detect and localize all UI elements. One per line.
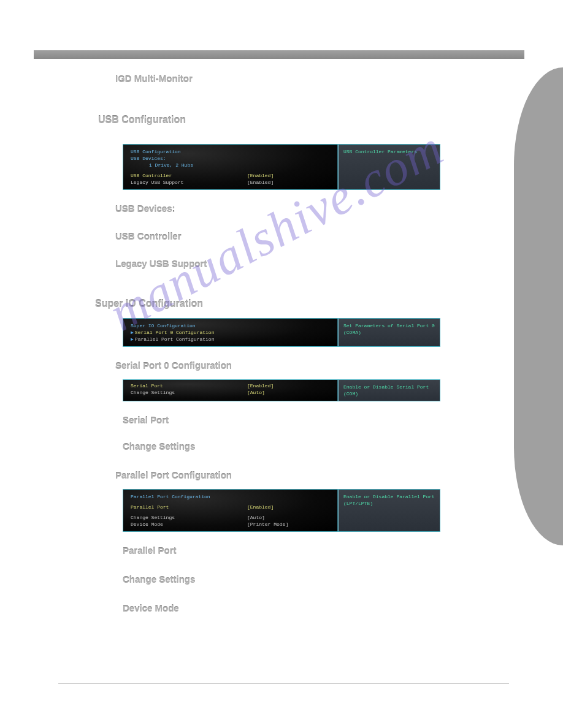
bottom-rule <box>58 683 509 684</box>
option-value: [Enabled] <box>247 382 332 389</box>
option-label: USB Controller <box>131 172 247 179</box>
heading-usb-devices: USB Devices: <box>115 203 563 214</box>
bios-left: USB Configuration USB Devices: 1 Drive, … <box>123 145 338 189</box>
submenu-row[interactable]: ▶ Parallel Port Configuration <box>131 336 332 343</box>
heading-device-mode: Device Mode <box>123 603 563 613</box>
option-value: [Enabled] <box>247 504 332 510</box>
option-row[interactable]: Legacy USB Support [Enabled] <box>131 179 332 186</box>
arrow-icon: ▶ <box>131 329 134 336</box>
option-value: [Enabled] <box>247 172 332 179</box>
arrow-icon: ▶ <box>131 336 134 343</box>
top-rule <box>34 50 524 59</box>
option-row[interactable]: Change Settings [Auto] <box>131 514 332 521</box>
heading-parallel-config: Parallel Port Configuration <box>115 470 563 480</box>
bios-help: Enable or Disable Parallel Port (LPT/LPT… <box>338 490 440 531</box>
heading-parallel-port: Parallel Port <box>123 545 563 556</box>
option-label: Change Settings <box>131 514 247 521</box>
panel-title: Parallel Port Configuration <box>131 493 332 500</box>
bios-left: Serial Port [Enabled] Change Settings [A… <box>123 380 338 401</box>
heading-change-settings-2: Change Settings <box>123 574 563 585</box>
option-row[interactable]: Serial Port [Enabled] <box>131 382 332 389</box>
option-row[interactable]: USB Controller [Enabled] <box>131 172 332 179</box>
heading-legacy-usb: Legacy USB Support <box>115 259 563 269</box>
panel-title: USB Configuration <box>131 148 332 155</box>
option-row[interactable]: Parallel Port [Enabled] <box>131 504 332 510</box>
submenu-label: Parallel Port Configuration <box>135 336 215 343</box>
bios-help: Enable or Disable Serial Port (COM) <box>338 380 440 401</box>
option-value: [Printer Mode] <box>247 521 332 528</box>
submenu-row[interactable]: ▶ Serial Port 0 Configuration <box>131 329 332 336</box>
option-label: Device Mode <box>131 521 247 528</box>
heading-usb-config: USB Configuration <box>98 115 563 126</box>
heading-usb-controller: USB Controller <box>115 231 563 241</box>
submenu-label: Serial Port 0 Configuration <box>135 329 215 336</box>
option-label: Serial Port <box>131 382 247 389</box>
page-content: IGD Multi-Monitor USB Configuration USB … <box>0 74 563 622</box>
heading-serial-port: Serial Port <box>123 415 563 425</box>
bios-panel-parallel: Parallel Port Configuration Parallel Por… <box>123 489 440 532</box>
heading-serial0: Serial Port 0 Configuration <box>115 360 563 371</box>
heading-super-io: Super IO Configuration <box>95 298 563 309</box>
usb-devices-label: USB Devices: <box>131 155 332 162</box>
bios-panel-superio: Super IO Configuration ▶ Serial Port 0 C… <box>123 318 440 347</box>
usb-devices-value: 1 Drive, 2 Hubs <box>131 162 332 169</box>
bios-panel-serial: Serial Port [Enabled] Change Settings [A… <box>123 379 440 401</box>
heading-change-settings: Change Settings <box>123 441 563 452</box>
option-row[interactable]: Device Mode [Printer Mode] <box>131 521 332 528</box>
option-label: Legacy USB Support <box>131 179 247 186</box>
option-value: [Enabled] <box>247 179 332 186</box>
option-value: [Auto] <box>247 514 332 521</box>
bios-panel-usb: USB Configuration USB Devices: 1 Drive, … <box>123 144 440 190</box>
bios-left: Parallel Port Configuration Parallel Por… <box>123 490 338 531</box>
option-label: Change Settings <box>131 389 247 396</box>
heading-igd: IGD Multi-Monitor <box>115 74 563 84</box>
bios-help: Set Parameters of Serial Port 0 (COMA) <box>338 319 440 346</box>
option-value: [Auto] <box>247 389 332 396</box>
option-row[interactable]: Change Settings [Auto] <box>131 389 332 396</box>
panel-title: Super IO Configuration <box>131 322 332 329</box>
bios-help: USB Controller Parameters <box>338 145 440 189</box>
bios-left: Super IO Configuration ▶ Serial Port 0 C… <box>123 319 338 346</box>
option-label: Parallel Port <box>131 504 247 510</box>
